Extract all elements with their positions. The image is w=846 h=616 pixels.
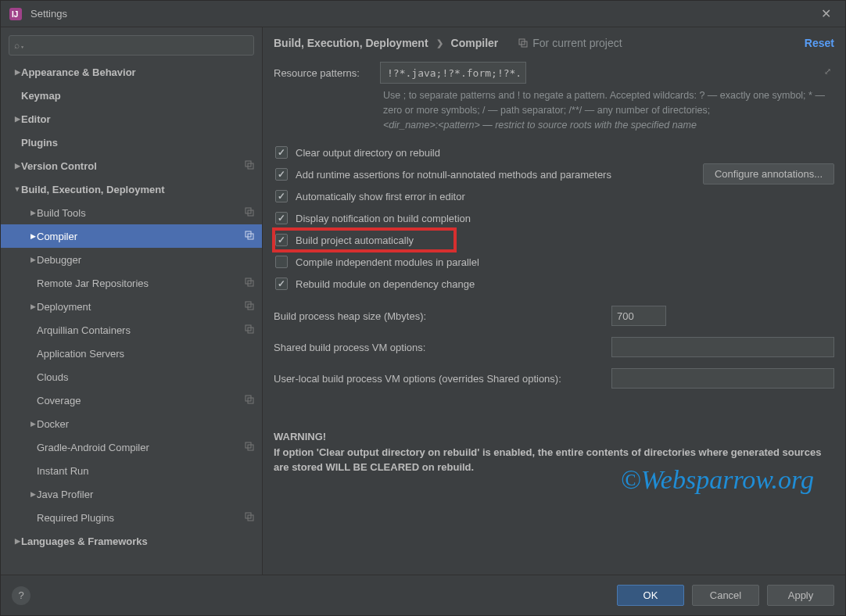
- breadcrumb-root[interactable]: Build, Execution, Deployment: [274, 37, 428, 49]
- checkbox-label: Automatically show first error in editor: [296, 191, 465, 202]
- titlebar: IJ Settings ✕: [1, 1, 845, 27]
- tree-arrow-icon: ▶: [13, 537, 21, 545]
- search-input[interactable]: ⌕▾: [9, 35, 254, 56]
- help-button[interactable]: ?: [12, 586, 30, 605]
- heap-size-input[interactable]: [611, 306, 666, 326]
- resource-patterns-label: Resource patterns:: [274, 67, 380, 79]
- checkbox[interactable]: [275, 146, 288, 159]
- sidebar-item-label: Remote Jar Repositories: [37, 278, 245, 289]
- sidebar-item-keymap[interactable]: Keymap: [1, 84, 262, 107]
- apply-button[interactable]: Apply: [767, 585, 834, 606]
- reset-link[interactable]: Reset: [805, 37, 834, 49]
- userlocal-vm-row: User-local build process VM options (ove…: [274, 368, 834, 389]
- sidebar-item-arquillian-containers[interactable]: Arquillian Containers: [1, 318, 262, 342]
- expand-icon[interactable]: ⤢: [824, 66, 831, 77]
- checkbox-label: Add runtime assertions for notnull-annot…: [296, 169, 611, 181]
- sidebar-item-editor[interactable]: ▶Editor: [1, 107, 262, 131]
- sidebar-item-plugins[interactable]: Plugins: [1, 131, 262, 154]
- sidebar-item-required-plugins[interactable]: Required Plugins: [1, 506, 262, 529]
- tree-arrow-icon: ▶: [13, 68, 21, 76]
- search-icon: ⌕▾: [14, 40, 25, 51]
- shared-vm-input[interactable]: [611, 337, 834, 357]
- sidebar-item-docker[interactable]: ▶Docker: [1, 412, 262, 435]
- sidebar-item-label: Languages & Frameworks: [21, 535, 254, 547]
- sidebar-item-build-execution-deployment[interactable]: ▼Build, Execution, Deployment: [1, 177, 262, 201]
- resource-patterns-hint: Use ; to separate patterns and ! to nega…: [383, 88, 834, 132]
- checkbox[interactable]: [275, 256, 288, 268]
- sidebar-item-label: Required Plugins: [37, 512, 245, 524]
- checkbox-row: Build project automatically: [274, 229, 455, 251]
- sidebar-item-label: Gradle-Android Compiler: [37, 442, 245, 453]
- checkbox[interactable]: [275, 234, 288, 246]
- resource-patterns-input[interactable]: [380, 62, 526, 84]
- sidebar-item-label: Deployment: [37, 301, 245, 313]
- tree-arrow-icon: ▶: [13, 115, 21, 123]
- copy-icon: [245, 395, 254, 406]
- warning-heading: WARNING!: [274, 429, 834, 445]
- heap-size-row: Build process heap size (Mbytes):: [274, 306, 834, 326]
- sidebar-item-appearance-behavior[interactable]: ▶Appearance & Behavior: [1, 60, 262, 84]
- sidebar-item-label: Editor: [21, 113, 254, 125]
- shared-vm-label: Shared build process VM options:: [274, 342, 611, 353]
- copy-icon: [245, 442, 254, 453]
- cancel-button[interactable]: Cancel: [692, 585, 759, 606]
- copy-icon: [245, 301, 254, 313]
- ok-button[interactable]: OK: [617, 585, 684, 606]
- checkbox[interactable]: [275, 190, 288, 202]
- for-current-project: For current project: [518, 37, 622, 49]
- close-icon[interactable]: ✕: [815, 3, 837, 24]
- tree-arrow-icon: ▶: [29, 232, 37, 240]
- copy-icon: [245, 160, 254, 172]
- sidebar-item-deployment[interactable]: ▶Deployment: [1, 295, 262, 318]
- copy-icon: [245, 324, 254, 336]
- sidebar-item-label: Debugger: [37, 254, 254, 266]
- sidebar-item-application-servers[interactable]: Application Servers: [1, 342, 262, 365]
- sidebar-item-label: Compiler: [37, 231, 245, 242]
- sidebar-item-label: Keymap: [21, 90, 254, 102]
- sidebar-item-label: Docker: [37, 418, 254, 430]
- sidebar-item-compiler[interactable]: ▶Compiler: [1, 224, 262, 248]
- sidebar-item-label: Version Control: [21, 160, 245, 172]
- sidebar-item-label: Plugins: [21, 137, 254, 149]
- checkbox[interactable]: [275, 278, 288, 290]
- checkbox-label: Display notification on build completion: [296, 213, 471, 224]
- tree-arrow-icon: ▶: [29, 256, 37, 263]
- sidebar-item-coverage[interactable]: Coverage: [1, 389, 262, 412]
- sidebar-item-remote-jar-repositories[interactable]: Remote Jar Repositories: [1, 271, 262, 295]
- window-title: Settings: [30, 8, 815, 20]
- copy-icon: [245, 207, 254, 219]
- sidebar-item-languages-frameworks[interactable]: ▶Languages & Frameworks: [1, 529, 262, 553]
- settings-tree: ▶Appearance & BehaviorKeymap▶EditorPlugi…: [1, 60, 262, 575]
- tree-arrow-icon: ▶: [29, 490, 37, 498]
- settings-sidebar: ⌕▾ ▶Appearance & BehaviorKeymap▶EditorPl…: [1, 27, 263, 575]
- sidebar-item-build-tools[interactable]: ▶Build Tools: [1, 201, 262, 224]
- copy-icon: [245, 278, 254, 289]
- checkbox-label: Compile independent modules in parallel: [296, 256, 479, 268]
- sidebar-item-label: Build, Execution, Deployment: [21, 184, 254, 195]
- checkbox[interactable]: [275, 212, 288, 224]
- sidebar-item-clouds[interactable]: Clouds: [1, 365, 262, 389]
- sidebar-item-debugger[interactable]: ▶Debugger: [1, 248, 262, 271]
- sidebar-item-label: Application Servers: [37, 348, 254, 360]
- copy-icon: [245, 231, 254, 242]
- sidebar-item-version-control[interactable]: ▶Version Control: [1, 154, 262, 177]
- copy-icon: [245, 512, 254, 524]
- checkbox-label: Rebuild module on dependency change: [296, 278, 475, 290]
- configure-annotations-button[interactable]: Configure annotations...: [703, 163, 834, 184]
- checkbox-row: Display notification on build completion: [274, 207, 834, 229]
- checkbox-row: Clear output directory on rebuild: [274, 141, 834, 163]
- sidebar-item-java-profiler[interactable]: ▶Java Profiler: [1, 482, 262, 506]
- userlocal-vm-input[interactable]: [611, 368, 834, 389]
- sidebar-item-label: Build Tools: [37, 207, 245, 219]
- sidebar-item-instant-run[interactable]: Instant Run: [1, 459, 262, 482]
- heap-size-label: Build process heap size (Mbytes):: [274, 310, 611, 322]
- sidebar-item-label: Arquillian Containers: [37, 324, 245, 336]
- chevron-right-icon: ❯: [436, 38, 443, 48]
- copy-icon: [518, 38, 528, 48]
- checkbox-row: Rebuild module on dependency change: [274, 273, 834, 295]
- shared-vm-row: Shared build process VM options:: [274, 337, 834, 357]
- breadcrumb-leaf: Compiler: [451, 37, 499, 49]
- sidebar-item-gradle-android-compiler[interactable]: Gradle-Android Compiler: [1, 435, 262, 459]
- resource-patterns-row: Resource patterns: ⤢: [274, 62, 834, 84]
- checkbox[interactable]: [275, 168, 288, 181]
